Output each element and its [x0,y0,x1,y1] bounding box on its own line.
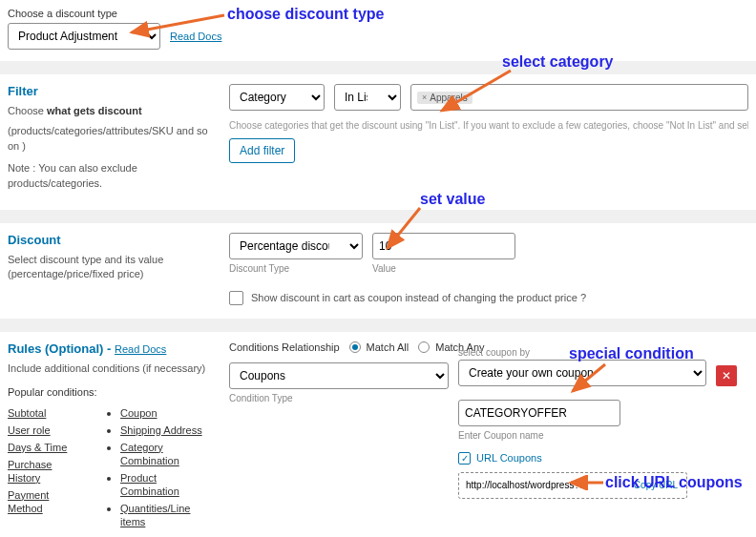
filter-by-select[interactable]: Category [229,84,325,111]
discount-value-input[interactable] [372,233,515,259]
copy-url-button[interactable]: Copy URL [628,480,683,490]
filter-op-select[interactable]: In List [334,84,401,111]
read-docs-link-top[interactable]: Read Docs [170,31,221,42]
coupon-name-label: Enter Coupon name [458,430,706,441]
remove-condition-button[interactable]: ✕ [716,365,737,386]
discount-type-label: Choose a discount type [8,8,748,19]
condition-type-select[interactable]: Coupons [229,362,449,389]
filter-sub2: (products/categories/attributes/SKU and … [8,124,218,154]
popular-condition-link[interactable]: Days & Time [8,442,67,453]
show-as-coupon-checkbox[interactable] [229,291,243,305]
url-coupon-row: Copy URL [458,472,687,499]
popular-condition-link[interactable]: Product Combination [120,472,179,497]
popular-condition-link[interactable]: Coupon [120,407,158,419]
tag-remove-icon[interactable]: × [422,93,427,102]
filter-tags-input[interactable]: × Apparels [410,84,748,111]
rules-title: Rules (Optional) - Read Docs [8,341,218,356]
condition-type-label: Condition Type [229,393,449,403]
popular-condition-link[interactable]: Purchase History [8,459,52,484]
discount-sub: Select discount type and its value (perc… [8,253,218,282]
coupon-by-select[interactable]: Create your own coupon [458,360,706,386]
discount-type-select[interactable]: Product Adjustment [8,23,160,50]
discount-kind-select[interactable]: Percentage discount [229,233,363,259]
popular-condition-link[interactable]: Category Combination [120,442,179,466]
cond-rel-label: Conditions Relationship [229,341,340,353]
popular-conditions-label: Popular conditions: [8,385,218,400]
read-docs-link-rules[interactable]: Read Docs [115,343,166,355]
match-all-label: Match All [367,341,410,353]
url-coupon-input[interactable] [462,476,628,495]
discount-title: Discount [8,233,218,247]
show-as-coupon-label: Show discount in cart as coupon instead … [251,292,586,303]
url-coupons-label: URL Coupons [476,452,542,464]
match-any-radio[interactable] [418,341,430,353]
popular-condition-link[interactable]: Payment Method [8,489,49,514]
filter-title: Filter [8,84,218,98]
discount-value-label: Value [372,263,515,274]
filter-tag[interactable]: × Apparels [417,92,472,104]
coupon-by-label: select coupon by [458,347,706,358]
filter-help-text: Choose categories that get the discount … [229,120,748,131]
discount-kind-label: Discount Type [229,263,363,274]
popular-condition-link[interactable]: Quantities/Line items [120,503,190,527]
rules-sub: Include additional conditions (if necess… [8,361,218,376]
popular-condition-link[interactable]: Subtotal [8,407,46,419]
add-filter-button[interactable]: Add filter [229,138,295,163]
url-coupons-checkbox[interactable]: ✓ [458,452,471,465]
close-icon: ✕ [722,369,731,382]
popular-condition-link[interactable]: User role [8,424,51,436]
match-all-radio[interactable] [349,341,361,353]
popular-condition-link[interactable]: Shipping Address [120,424,202,436]
filter-note: Note : You can also exclude products/cat… [8,161,218,191]
filter-sub1: Choose what gets discount [8,104,218,118]
coupon-name-input[interactable] [458,400,620,426]
